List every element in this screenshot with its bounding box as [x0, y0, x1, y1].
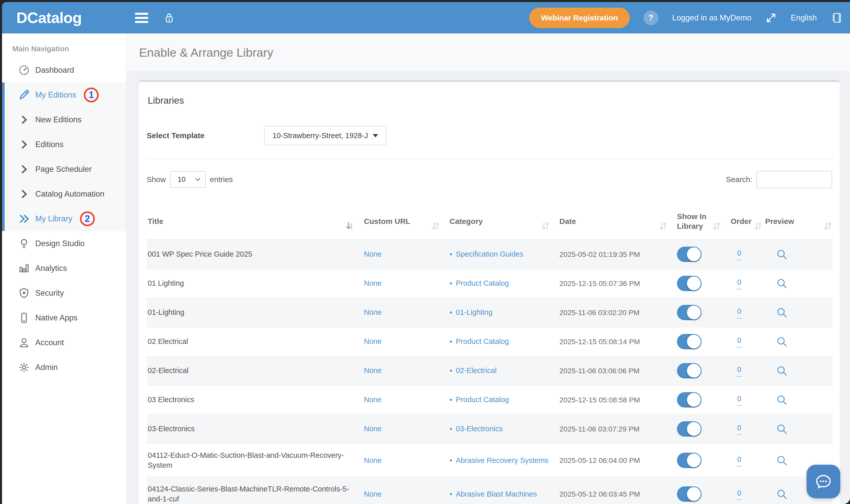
- custom-url-link[interactable]: None: [364, 337, 382, 346]
- order-link[interactable]: 0: [737, 454, 741, 466]
- logged-in-menu[interactable]: Logged in as MyDemo: [672, 13, 751, 22]
- help-icon[interactable]: ?: [643, 11, 658, 25]
- template-dropdown[interactable]: 10-Strawberry-Street, 1928-J: [264, 126, 386, 145]
- custom-url-link[interactable]: None: [364, 278, 382, 288]
- sidebar-item-design-studio[interactable]: Design Studio: [2, 231, 126, 256]
- show-in-library-toggle[interactable]: [677, 305, 701, 320]
- cell-category: •Abrasive Recovery Systems: [442, 444, 552, 477]
- column-header-date[interactable]: Date: [552, 203, 669, 239]
- preview-magnifier-icon[interactable]: [776, 394, 788, 406]
- bulb-icon: [18, 237, 30, 250]
- custom-url-link[interactable]: None: [364, 424, 382, 434]
- preview-magnifier-icon[interactable]: [776, 365, 788, 377]
- bullet-icon: •: [450, 395, 452, 405]
- cell-title: 03 Electronics: [147, 385, 356, 414]
- order-link[interactable]: 0: [737, 394, 741, 406]
- cell-date: 2025-05-12 06:03:45 PM: [552, 478, 669, 504]
- sidebar-item-page-scheduler[interactable]: Page Scheduler: [5, 157, 126, 182]
- preview-magnifier-icon[interactable]: [776, 336, 788, 347]
- show-in-library-toggle[interactable]: [677, 392, 701, 408]
- custom-url-link[interactable]: None: [364, 307, 382, 317]
- notebook-icon[interactable]: [831, 12, 842, 24]
- sidebar-item-native-apps[interactable]: Native Apps: [2, 305, 126, 330]
- preview-magnifier-icon[interactable]: [776, 277, 788, 289]
- column-header-label: Title: [148, 217, 163, 226]
- show-in-library-toggle[interactable]: [677, 363, 701, 378]
- main-content: Enable & Arrange Library Libraries Selec…: [126, 33, 850, 504]
- sidebar-item-editions[interactable]: Editions: [5, 132, 126, 157]
- sidebar-item-my-library[interactable]: My Library2: [5, 206, 126, 231]
- column-header-order[interactable]: Order: [723, 203, 758, 239]
- lock-icon[interactable]: [163, 12, 175, 24]
- sidebar-item-new-editions[interactable]: New Editions: [5, 107, 126, 132]
- bullet-icon: •: [450, 278, 452, 289]
- custom-url-link[interactable]: None: [364, 489, 382, 499]
- cell-show-in-library: [669, 415, 723, 443]
- bullet-icon: •: [450, 337, 452, 347]
- preview-magnifier-icon[interactable]: [776, 307, 788, 318]
- chat-button[interactable]: [806, 465, 840, 498]
- search-input[interactable]: [757, 171, 832, 188]
- column-header-show-in-library[interactable]: Show In Library: [669, 203, 723, 239]
- show-in-library-toggle[interactable]: [677, 247, 701, 262]
- custom-url-link[interactable]: None: [364, 366, 382, 376]
- sidebar-item-catalog-automation[interactable]: Catalog Automation: [5, 182, 126, 206]
- webinar-registration-button[interactable]: Webinar Registration: [529, 8, 630, 28]
- category-link[interactable]: 02-Electrical: [456, 366, 497, 376]
- sidebar-item-analytics[interactable]: Analytics: [2, 256, 126, 281]
- table-row: 01 LightingNone•Product Catalog2025-12-1…: [147, 269, 832, 298]
- fullscreen-expand-icon[interactable]: [765, 12, 777, 24]
- column-header-title[interactable]: Title: [147, 203, 356, 239]
- category-link[interactable]: 01-Lighting: [456, 307, 493, 317]
- sort-icon: [541, 221, 550, 231]
- table-body: 001 WP Spec Price Guide 2025None•Specifi…: [147, 240, 832, 504]
- sidebar-item-my-editions[interactable]: My Editions1: [5, 83, 126, 107]
- language-selector[interactable]: English: [791, 13, 817, 22]
- preview-magnifier-icon[interactable]: [776, 454, 788, 466]
- custom-url-link[interactable]: None: [364, 249, 382, 259]
- order-link[interactable]: 0: [737, 306, 741, 318]
- show-in-library-toggle[interactable]: [677, 453, 701, 468]
- show-in-library-toggle[interactable]: [677, 421, 701, 437]
- cell-preview: [758, 298, 834, 327]
- category-link[interactable]: Specification Guides: [456, 249, 523, 259]
- category-link[interactable]: Abrasive Blast Machines: [456, 489, 537, 499]
- category-link[interactable]: Abrasive Recovery Systems: [456, 455, 549, 465]
- sidebar-item-label: My Editions: [35, 90, 76, 100]
- custom-url-link[interactable]: None: [364, 455, 382, 465]
- order-link[interactable]: 0: [737, 423, 741, 435]
- show-in-library-toggle[interactable]: [677, 276, 701, 291]
- preview-magnifier-icon[interactable]: [776, 423, 788, 435]
- sidebar-item-account[interactable]: Account: [2, 330, 126, 355]
- column-header-category[interactable]: Category: [442, 203, 552, 239]
- order-link[interactable]: 0: [737, 277, 741, 289]
- custom-url-link[interactable]: None: [364, 395, 382, 405]
- category-link[interactable]: 03-Electronics: [456, 424, 503, 434]
- category-link[interactable]: Product Catalog: [456, 278, 509, 288]
- sidebar-item-admin[interactable]: Admin: [2, 355, 126, 380]
- order-link[interactable]: 0: [737, 488, 741, 500]
- preview-magnifier-icon[interactable]: [776, 488, 788, 500]
- hamburger-menu-icon[interactable]: [135, 13, 148, 23]
- annotation-badge-1: 1: [84, 88, 99, 102]
- sidebar-item-dashboard[interactable]: Dashboard: [2, 58, 126, 83]
- column-header-preview[interactable]: Preview: [758, 203, 834, 239]
- sort-desc-icon: [346, 221, 354, 231]
- category-link[interactable]: Product Catalog: [456, 395, 509, 405]
- cell-preview: [758, 269, 834, 298]
- cell-custom-url: None: [356, 385, 442, 414]
- table-row: 03 ElectronicsNone•Product Catalog2025-1…: [147, 385, 832, 414]
- bullet-icon: •: [450, 489, 452, 499]
- chevron-icon: [18, 188, 30, 200]
- preview-magnifier-icon[interactable]: [776, 248, 788, 260]
- order-link[interactable]: 0: [737, 248, 741, 260]
- category-link[interactable]: Product Catalog: [456, 337, 509, 346]
- show-in-library-toggle[interactable]: [677, 334, 701, 349]
- show-in-library-toggle[interactable]: [677, 486, 701, 502]
- sidebar-item-security[interactable]: Security: [2, 281, 126, 305]
- order-link[interactable]: 0: [737, 336, 741, 347]
- order-link[interactable]: 0: [737, 365, 741, 377]
- page-length-select[interactable]: 10: [170, 171, 206, 188]
- column-header-custom-url[interactable]: Custom URL: [356, 203, 442, 239]
- cell-order: 0: [723, 269, 758, 298]
